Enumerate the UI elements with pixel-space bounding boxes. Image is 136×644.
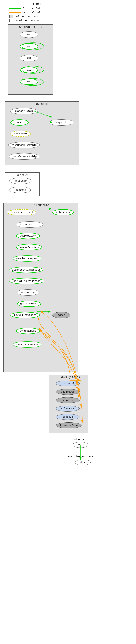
ownable-title: Ownable (5, 102, 79, 106)
legend-external-label: External Call (23, 11, 42, 14)
ierc20-totalsupply: totalSupply (56, 380, 80, 386)
safemath-mod: mod (20, 78, 38, 85)
birdoracle-updatedchainrequest: updatedChainRequest (9, 267, 43, 273)
safemath-add: add (20, 32, 38, 38)
ownable-msgsender: _msgSender (49, 119, 74, 126)
balance-mul: mul (73, 442, 88, 448)
birdoracle-constructor: <Constructor> (16, 222, 43, 228)
ownable-renounce: renounceOwnership (8, 142, 40, 148)
birdoracle-removeprovider: removeProvider (16, 244, 42, 250)
ierc20-transfer: transfer (56, 397, 80, 403)
rewardtoproviders-label: rewardToProviders (66, 455, 93, 458)
ierc20-approve: approve (56, 414, 80, 420)
undefined-contract-rect (9, 19, 13, 22)
birdoracle-rewardproviders: rewardProviders (11, 312, 40, 318)
ierc20-allowance: allowance (56, 406, 80, 412)
birdoracle-getratingbyaddress: getRatingByAddress (9, 278, 44, 284)
birdoracle-sendpayment: sendPayment (16, 328, 40, 334)
birdoracle-getproviders: getProviders (17, 300, 41, 307)
safemath-sub: sub (20, 43, 38, 50)
safemath-title: SafeMath (lib) (8, 25, 53, 29)
legend-title: Legend (7, 2, 66, 6)
ierc20-title: IERC20 (iface) (49, 375, 88, 380)
legend-undefined-label: Undefined Contract (15, 19, 42, 22)
legend-defined-label: Defined Contract (15, 15, 39, 18)
birdoracle-addprovider: addProvider (16, 233, 40, 239)
ierc20-balanceof: balanceOf (56, 389, 80, 395)
birdoracle-box: BirdOracle paymentApproved isApproved <C… (4, 202, 78, 372)
ierc20-transferfrom: transferFrom (56, 422, 82, 428)
safemath-box: SafeMath (lib) add sub mul div mod (8, 24, 53, 94)
balance-label: balance (73, 438, 84, 441)
context-msgdata: _msgData (9, 187, 31, 193)
context-msgsender: _msgSender (9, 178, 32, 184)
birdoracle-title: BirdOracle (4, 203, 78, 207)
birdoracle-isapproved: isApproved (52, 209, 74, 216)
ierc20-box: IERC20 (iface) totalSupply balanceOf tra… (49, 375, 88, 434)
ownable-transfer: transferOwnership (8, 153, 40, 160)
defined-contract-rect (9, 15, 13, 18)
external-call-line (9, 12, 21, 13)
birdoracle-newchainrequest: newChainRequest (13, 255, 42, 262)
legend-row-internal: Internal Call (7, 6, 66, 10)
ownable-onlyowner: onlyOwner (11, 130, 31, 137)
birdoracle-getrating: getRating (17, 289, 39, 296)
legend-row-defined: Defined Contract (7, 14, 66, 18)
birdoracle-paymentapproved: paymentApproved (7, 209, 37, 216)
legend-box: Legend Internal Call External Call Defin… (7, 2, 66, 23)
safemath-div: div (20, 67, 38, 73)
context-box: Context _msgSender _msgData (5, 172, 40, 196)
rewardtoproviders-div: div (75, 460, 91, 466)
birdoracle-owner: owner (52, 312, 70, 318)
legend-row-external: External Call (7, 10, 66, 14)
safemath-mul: mul (20, 55, 38, 61)
ownable-owner: owner (11, 119, 29, 126)
ownable-constructor: <Constructor> (11, 108, 38, 114)
legend-row-undefined: Undefined Contract (7, 18, 66, 23)
context-title: Context (5, 173, 39, 177)
internal-call-line (9, 8, 21, 9)
legend-internal-label: Internal Call (23, 7, 42, 10)
birdoracle-setminconsensus: setMinConsensus (13, 341, 42, 348)
ownable-box: Ownable <Constructor> owner _msgSender o… (5, 102, 79, 165)
